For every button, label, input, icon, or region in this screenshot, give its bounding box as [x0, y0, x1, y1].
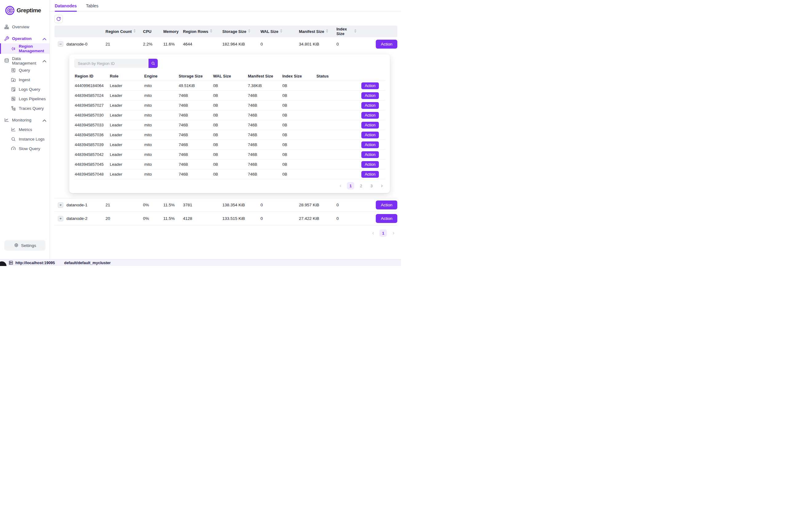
- action-button[interactable]: Action: [361, 132, 379, 138]
- sidebar-item-traces-query[interactable]: Traces Query: [0, 103, 50, 113]
- sidebar-item-label: Logs Pipelines: [19, 97, 46, 101]
- sidebar-item-logs-query[interactable]: Logs Query: [0, 84, 50, 94]
- server-url-chip[interactable]: http://localhost:19095: [8, 261, 55, 265]
- cell-engine: mito: [144, 152, 179, 157]
- cell-index-size: 0B: [282, 83, 317, 88]
- action-button[interactable]: Action: [361, 122, 379, 129]
- action-button[interactable]: Action: [376, 214, 397, 223]
- expand-button[interactable]: +: [58, 202, 63, 208]
- sort-icon: [133, 29, 136, 34]
- sidebar-section-monitoring[interactable]: Monitoring: [0, 115, 50, 125]
- sidebar-item-metrics[interactable]: Metrics: [0, 125, 50, 134]
- sidebar-item-label: Overview: [12, 25, 29, 29]
- table-row-datanode-0: − datanode-0 21 2.2% 11.6% 4644 182.964 …: [54, 37, 397, 51]
- next-page-icon[interactable]: [390, 230, 397, 236]
- col-header-wal-size[interactable]: WAL Size: [261, 29, 299, 34]
- tab-datanodes[interactable]: Datanodes: [55, 0, 77, 12]
- action-button[interactable]: Action: [376, 201, 397, 209]
- cell-manifest-size: 746B: [248, 142, 282, 147]
- action-button[interactable]: Action: [361, 82, 379, 89]
- wrench-icon: [4, 36, 9, 41]
- expand-button[interactable]: +: [58, 216, 63, 222]
- action-button[interactable]: Action: [361, 102, 379, 109]
- region-row: 4440996184064 Leader mito 49.51KiB 0B 7.…: [74, 81, 385, 91]
- main-content: Datanodes Tables Region Count CPU Memory: [50, 0, 401, 259]
- col-header-manifest-size[interactable]: Manifest Size: [299, 29, 337, 34]
- page-3[interactable]: 3: [368, 182, 375, 189]
- sidebar-item-label: Traces Query: [19, 106, 44, 111]
- region-row: 4483945857030 Leader mito 746B 0B 746B 0…: [74, 110, 385, 120]
- cell-engine: mito: [144, 172, 179, 176]
- refresh-button[interactable]: [54, 15, 63, 23]
- prev-page-icon[interactable]: [337, 182, 344, 189]
- page-2[interactable]: 2: [357, 182, 365, 189]
- cell-wal-size: 0B: [213, 152, 248, 157]
- col-label: Manifest Size: [299, 29, 324, 34]
- sidebar-item-label: Query: [19, 68, 30, 73]
- col-header-index-size[interactable]: Index Size: [337, 27, 357, 36]
- tree-icon: [11, 106, 16, 111]
- action-button[interactable]: Action: [361, 151, 379, 158]
- region-pagination: 1 2 3: [74, 182, 385, 189]
- cell-region-id: 4483945857039: [75, 142, 110, 147]
- cell-wal-size: 0B: [213, 142, 248, 147]
- gauge-icon: [11, 146, 16, 151]
- action-button[interactable]: Action: [361, 92, 379, 99]
- region-row: 4483945857042 Leader mito 746B 0B 746B 0…: [74, 150, 385, 159]
- cell-role: Leader: [110, 142, 144, 147]
- sidebar-item-slow-query[interactable]: Slow Query: [0, 144, 50, 153]
- region-row: 4483945857027 Leader mito 746B 0B 746B 0…: [74, 100, 385, 110]
- server-icon: [8, 261, 13, 265]
- action-button[interactable]: Action: [361, 141, 379, 148]
- table-row-datanode-2: + datanode-2 20 0% 11.5% 4128 133.515 Ki…: [54, 212, 397, 225]
- sidebar-section-data-management[interactable]: Data Management: [0, 56, 50, 65]
- cell-role: Leader: [110, 113, 144, 117]
- cell-manifest-size: 746B: [248, 93, 282, 98]
- col-header-region-rows[interactable]: Region Rows: [183, 29, 222, 34]
- sidebar-item-logs-pipelines[interactable]: Logs Pipelines: [0, 94, 50, 103]
- datanodes-table-header: Region Count CPU Memory Region Rows Stor…: [54, 25, 397, 37]
- cell-index-size: 0B: [282, 142, 317, 147]
- sidebar-item-instance-logs[interactable]: Instance Logs: [0, 134, 50, 144]
- col-header-region-count[interactable]: Region Count: [106, 29, 143, 34]
- action-button[interactable]: Action: [361, 161, 379, 168]
- search-input[interactable]: [74, 59, 149, 68]
- cell-manifest-size: 746B: [248, 162, 282, 167]
- cluster-name[interactable]: default/default_mycluster: [64, 261, 111, 265]
- cell-role: Leader: [110, 172, 144, 176]
- sidebar-item-region-management[interactable]: Region Management: [0, 43, 50, 54]
- action-button[interactable]: Action: [361, 112, 379, 119]
- next-page-icon[interactable]: [378, 182, 385, 189]
- database-icon: [4, 58, 9, 63]
- page-1[interactable]: 1: [380, 229, 387, 237]
- content-body: Region Count CPU Memory Region Rows Stor…: [50, 12, 401, 259]
- cell-memory: 11.5%: [163, 216, 183, 221]
- region-row: 4483945857024 Leader mito 746B 0B 746B 0…: [74, 91, 385, 100]
- action-button[interactable]: Action: [361, 171, 379, 178]
- prev-page-icon[interactable]: [370, 230, 376, 236]
- collapse-button[interactable]: −: [58, 41, 63, 47]
- cell-wal-size: 0B: [213, 83, 248, 88]
- cell-region-id: 4483945857036: [75, 133, 110, 137]
- sort-icon: [210, 29, 212, 34]
- chevron-up-icon: [42, 118, 46, 122]
- cell-engine: mito: [144, 142, 179, 147]
- region-panel: Region ID Role Engine Storage Size WAL S…: [69, 54, 390, 193]
- page-1[interactable]: 1: [347, 182, 354, 189]
- settings-button[interactable]: Settings: [4, 240, 45, 251]
- main-row: Greptime Overview Operation Region Manag…: [0, 0, 401, 259]
- cell-storage-size: 746B: [179, 162, 213, 167]
- sidebar-item-ingest[interactable]: Ingest: [0, 75, 50, 84]
- cell-index-size: 0: [337, 216, 357, 221]
- chevron-up-icon: [42, 37, 46, 41]
- sidebar-item-query[interactable]: Query: [0, 65, 50, 75]
- sidebar-item-label: Metrics: [19, 127, 32, 132]
- gear-icon: [14, 243, 19, 248]
- search-button[interactable]: [149, 59, 158, 68]
- region-row: 4483945857033 Leader mito 746B 0B 746B 0…: [74, 120, 385, 130]
- action-button[interactable]: Action: [376, 40, 397, 49]
- sidebar-section-operation[interactable]: Operation: [0, 34, 50, 43]
- sidebar-item-overview[interactable]: Overview: [0, 22, 50, 32]
- col-header-storage-size[interactable]: Storage Size: [222, 29, 261, 34]
- tab-tables[interactable]: Tables: [86, 0, 98, 12]
